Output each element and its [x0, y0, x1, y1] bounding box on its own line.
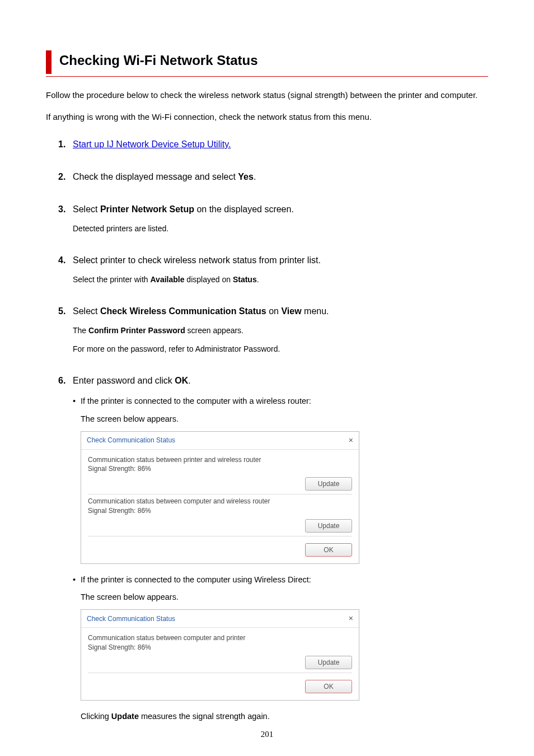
step-number: 3. — [58, 203, 73, 216]
dialog-titlebar: Check Communication Status × — [81, 610, 359, 628]
bold-available: Available — [151, 275, 185, 284]
ok-button[interactable]: OK — [305, 680, 352, 693]
update-button[interactable]: Update — [305, 477, 352, 491]
text-fragment: menu. — [302, 306, 329, 316]
dialog-check-communication-direct: Check Communication Status × Communicati… — [81, 609, 359, 701]
step-3: 3. Select Printer Network Setup on the d… — [58, 203, 488, 235]
step-text: Select Printer Network Setup on the disp… — [73, 203, 488, 216]
update-button[interactable]: Update — [305, 656, 352, 669]
dialog-signal-strength: Signal Strength: 86% — [88, 464, 352, 474]
page-number: 201 — [0, 728, 534, 741]
text-fragment: screen appears. — [185, 326, 243, 335]
text-fragment: The — [73, 326, 88, 335]
step-number: 6. — [58, 374, 73, 388]
page-title: Checking Wi-Fi Network Status — [59, 50, 488, 74]
dialog-title: Check Communication Status — [87, 435, 175, 445]
text-fragment: . — [257, 275, 259, 284]
ok-button[interactable]: OK — [305, 543, 352, 557]
step-description: Select the printer with Available displa… — [73, 274, 488, 286]
title-underline — [46, 76, 488, 77]
step-description: Detected printers are listed. — [73, 223, 488, 235]
divider — [88, 494, 352, 494]
bold-update: Update — [111, 712, 139, 721]
update-button[interactable]: Update — [305, 519, 352, 533]
bullet-dot: • — [73, 574, 81, 586]
close-icon[interactable]: × — [349, 613, 353, 624]
dialog-titlebar: Check Communication Status × — [81, 432, 359, 450]
text-fragment: . — [254, 172, 256, 181]
bold-check-wireless: Check Wireless Communication Status — [100, 306, 266, 316]
bullet-dot: • — [73, 395, 81, 408]
step-description: The Confirm Printer Password screen appe… — [73, 325, 488, 337]
dialog-label: Communication status between printer and… — [88, 455, 352, 465]
step-number: 5. — [58, 305, 73, 318]
text-fragment: Select the printer with — [73, 275, 151, 284]
text-fragment: . — [188, 376, 190, 385]
intro-paragraph-2: If anything is wrong with the Wi-Fi conn… — [46, 111, 488, 124]
final-note: Clicking Update measures the signal stre… — [81, 711, 488, 723]
step-text: Select printer to check wireless network… — [73, 254, 488, 267]
intro-paragraph-1: Follow the procedure below to check the … — [46, 89, 488, 102]
dialog-signal-strength: Signal Strength: 86% — [88, 506, 352, 516]
sub-description: The screen below appears. — [81, 591, 488, 604]
sub-description: The screen below appears. — [81, 413, 488, 426]
bold-printer-network-setup: Printer Network Setup — [100, 204, 194, 214]
divider — [88, 536, 352, 536]
dialog-label: Communication status between computer an… — [88, 633, 352, 643]
step-number: 1. — [58, 138, 73, 151]
bold-yes: Yes — [238, 172, 254, 181]
step-text: Check the displayed message and select Y… — [73, 170, 488, 184]
step-2: 2. Check the displayed message and selec… — [58, 170, 488, 184]
text-fragment: Enter password and click — [73, 376, 175, 385]
text-fragment: displayed on — [184, 275, 232, 284]
step-5: 5. Select Check Wireless Communication S… — [58, 305, 488, 355]
bullet-text: If the printer is connected to the compu… — [81, 395, 311, 408]
steps-list: 1. Start up IJ Network Device Setup Util… — [58, 138, 488, 723]
divider — [88, 673, 352, 673]
step-6: 6. Enter password and click OK. • If the… — [58, 374, 488, 723]
bullet-wireless-direct: • If the printer is connected to the com… — [73, 574, 488, 586]
text-fragment: Select — [73, 306, 100, 316]
text-fragment: Check the displayed message and select — [73, 172, 238, 181]
text-fragment: on — [266, 306, 282, 316]
bullet-text: If the printer is connected to the compu… — [81, 574, 311, 586]
dialog-signal-strength: Signal Strength: 86% — [88, 643, 352, 652]
text-fragment: on the displayed screen. — [194, 204, 294, 214]
bullet-router: • If the printer is connected to the com… — [73, 395, 488, 408]
text-fragment: Clicking — [81, 712, 111, 721]
text-fragment: Select — [73, 204, 100, 214]
step-number: 2. — [58, 170, 73, 184]
step-number: 4. — [58, 254, 73, 267]
step-1: 1. Start up IJ Network Device Setup Util… — [58, 138, 488, 151]
bold-confirm-password: Confirm Printer Password — [88, 326, 185, 335]
step-4: 4. Select printer to check wireless netw… — [58, 254, 488, 286]
step-text: Select Check Wireless Communication Stat… — [73, 305, 488, 318]
close-icon[interactable]: × — [349, 435, 353, 446]
step-description: For more on the password, refer to Admin… — [73, 343, 488, 355]
dialog-title: Check Communication Status — [87, 614, 175, 624]
dialog-label: Communication status between computer an… — [88, 497, 352, 506]
bold-ok: OK — [175, 376, 188, 385]
bold-status: Status — [233, 275, 257, 284]
bold-view: View — [281, 306, 301, 316]
dialog-check-communication-router: Check Communication Status × Communicati… — [81, 431, 359, 564]
step-text: Enter password and click OK. — [73, 374, 488, 388]
start-utility-link[interactable]: Start up IJ Network Device Setup Utility… — [73, 139, 231, 149]
text-fragment: measures the signal strength again. — [139, 712, 270, 721]
